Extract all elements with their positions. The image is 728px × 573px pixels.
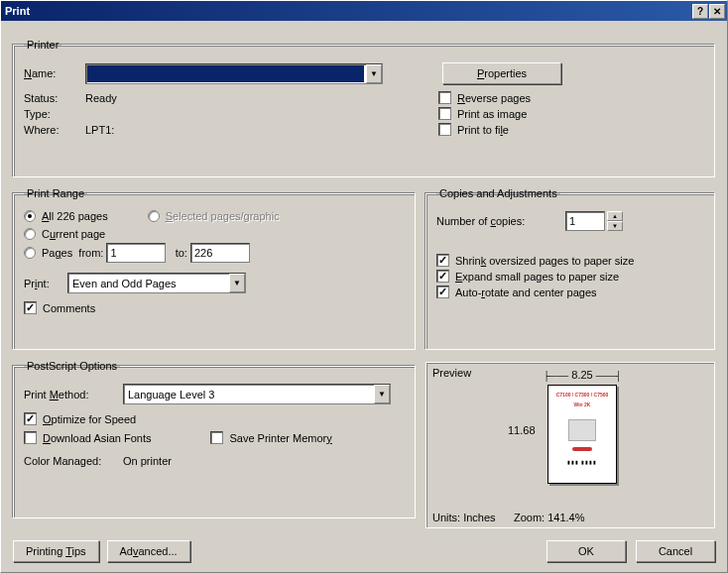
ok-button[interactable]: OK <box>546 540 626 562</box>
from-label: from: <box>78 247 103 259</box>
help-button[interactable]: ? <box>692 4 708 19</box>
chevron-down-icon[interactable]: ▼ <box>366 64 382 83</box>
copies-input[interactable] <box>565 211 605 231</box>
pages-label: Pages <box>42 247 78 259</box>
print-pages-combo[interactable]: Even and Odd Pages ▼ <box>67 273 246 293</box>
printer-name-combo[interactable]: ▼ <box>85 63 383 84</box>
reverse-pages-checkbox[interactable]: Reverse pages <box>438 91 531 104</box>
copies-group: Copies and Adjustments Number of copies:… <box>425 187 715 350</box>
num-copies-label: Number of copies: <box>436 215 565 227</box>
button-row: Printing Tips Advanced... OK Cancel <box>13 540 715 562</box>
color-managed-value: On printer <box>123 455 172 467</box>
copies-legend: Copies and Adjustments <box>436 187 560 199</box>
window-title: Print <box>5 5 691 17</box>
where-value: LPT1: <box>85 124 114 136</box>
copies-spinner[interactable]: ▲ ▼ <box>565 211 623 231</box>
to-label: to: <box>176 247 187 259</box>
shrink-checkbox[interactable]: Shrink oversized pages to paper size <box>436 254 704 267</box>
color-managed-label: Color Managed: <box>24 455 123 467</box>
chevron-down-icon[interactable]: ▼ <box>229 274 245 292</box>
print-method-label: Print Method: <box>24 389 123 401</box>
name-label: Name: <box>24 67 85 79</box>
close-button[interactable]: ✕ <box>709 4 725 19</box>
all-pages-radio[interactable]: All 226 pages <box>24 210 108 222</box>
print-method-combo[interactable]: Language Level 3 ▼ <box>123 384 391 404</box>
chevron-down-icon[interactable]: ▼ <box>374 385 390 403</box>
autorotate-checkbox[interactable]: Auto-rotate and center pages <box>436 286 704 298</box>
spinner-down-icon[interactable]: ▼ <box>607 221 623 231</box>
preview-panel: Preview ├─── 8.25 ───┤ 11.68 C7100 / C73… <box>425 362 715 528</box>
postscript-legend: PostScript Options <box>24 360 120 372</box>
type-label: Type: <box>24 108 85 120</box>
comments-checkbox[interactable]: Comments <box>24 301 405 314</box>
preview-height-dim: 11.68 <box>508 424 536 436</box>
pages-range-radio[interactable]: Pages from: to: <box>24 243 405 263</box>
where-label: Where: <box>24 124 85 136</box>
print-select-label: Print: <box>24 278 67 289</box>
preview-width-dim: ├─── 8.25 ───┤ <box>538 369 627 381</box>
advanced-button[interactable]: Advanced... <box>107 540 190 562</box>
print-pages-value: Even and Odd Pages <box>68 278 245 289</box>
print-method-value: Language Level 3 <box>124 389 390 401</box>
expand-checkbox[interactable]: Expand small pages to paper size <box>436 270 704 283</box>
preview-label: Preview <box>432 367 471 379</box>
preview-footer: Units: Inches Zoom: 141.4% <box>432 512 585 523</box>
spinner-up-icon[interactable]: ▲ <box>607 211 623 221</box>
printing-tips-button[interactable]: Printing Tips <box>13 540 99 562</box>
print-range-group: Print Range All 226 pages Selected pages… <box>13 187 416 350</box>
status-value: Ready <box>85 92 117 104</box>
print-to-file-checkbox[interactable]: Print to file <box>438 123 531 136</box>
printer-group: Printer Name: ▼ Properties Status: Ready… <box>13 39 715 177</box>
print-range-legend: Print Range <box>24 187 87 199</box>
printer-legend: Printer <box>24 39 61 51</box>
status-label: Status: <box>24 92 85 104</box>
cancel-button[interactable]: Cancel <box>636 540 715 562</box>
printer-name-value <box>87 65 364 82</box>
download-asian-checkbox[interactable]: Download Asian Fonts <box>24 431 151 444</box>
preview-page-icon: C7100 / C7300 / C7500 Win 2K ▮▮▮ ▮▮▮▮ <box>547 385 617 484</box>
print-dialog: Print ? ✕ Printer Name: ▼ Properties Sta… <box>0 0 728 573</box>
postscript-group: PostScript Options Print Method: Languag… <box>13 360 416 518</box>
from-input[interactable] <box>106 243 166 263</box>
optimize-checkbox[interactable]: Optimize for Speed <box>24 412 405 425</box>
save-printer-memory-checkbox[interactable]: Save Printer Memory <box>210 431 331 444</box>
properties-button[interactable]: Properties <box>442 62 561 84</box>
print-as-image-checkbox[interactable]: Print as image <box>438 107 531 120</box>
titlebar: Print ? ✕ <box>1 1 727 21</box>
current-page-radio[interactable]: Current page <box>24 228 405 240</box>
to-input[interactable] <box>190 243 250 263</box>
selected-pages-radio: Selected pages/graphic <box>148 210 280 222</box>
